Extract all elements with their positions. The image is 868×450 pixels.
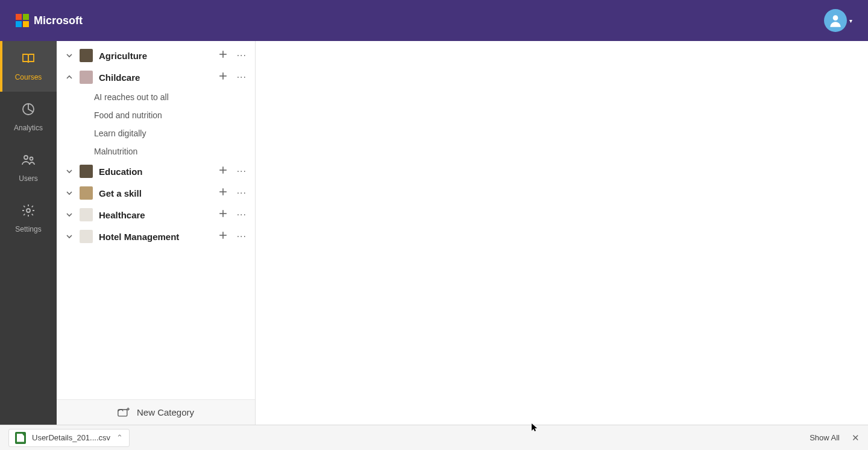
- category-name: Childcare: [99, 72, 213, 83]
- avatar-icon: [828, 13, 843, 28]
- category-thumbnail: [80, 208, 93, 221]
- category-row[interactable]: Agriculture···: [57, 45, 255, 66]
- svg-point-0: [833, 15, 838, 21]
- avatar: [824, 9, 847, 32]
- category-row[interactable]: Healthcare···: [57, 204, 255, 226]
- category-panel: Agriculture···Childcare···AI reaches out…: [57, 41, 256, 425]
- category-actions: ···: [219, 209, 247, 220]
- add-icon[interactable]: [219, 231, 227, 242]
- chevron-down-icon[interactable]: [65, 167, 74, 176]
- more-icon[interactable]: ···: [237, 53, 247, 58]
- rail-item-courses[interactable]: Courses: [0, 41, 57, 92]
- chevron-down-icon: ▾: [849, 17, 852, 24]
- close-icon[interactable]: ✕: [852, 433, 860, 443]
- download-file-name: UserDetails_201....csv: [32, 433, 110, 442]
- new-category-button[interactable]: New Category: [57, 399, 255, 425]
- more-icon[interactable]: ···: [237, 75, 247, 80]
- category-thumbnail: [80, 186, 93, 200]
- category-thumbnail: [80, 165, 93, 178]
- brand-logo[interactable]: Microsoft: [16, 14, 83, 27]
- chevron-down-icon[interactable]: [65, 189, 74, 197]
- rail-item-label: Settings: [15, 225, 41, 233]
- chevron-down-icon[interactable]: [65, 211, 74, 219]
- chevron-down-icon[interactable]: [65, 51, 74, 60]
- svg-point-4: [27, 209, 30, 212]
- svg-point-3: [30, 157, 33, 160]
- brand-name: Microsoft: [34, 14, 83, 27]
- rail-item-label: Users: [19, 174, 37, 183]
- content-area: [256, 41, 868, 425]
- svg-point-2: [24, 156, 28, 159]
- user-menu[interactable]: ▾: [824, 9, 852, 32]
- add-icon[interactable]: [219, 166, 227, 177]
- rail-item-label: Courses: [15, 73, 42, 81]
- courses-icon: [21, 51, 36, 73]
- category-list: Agriculture···Childcare···AI reaches out…: [57, 41, 255, 399]
- category-name: Hotel Management: [99, 232, 213, 242]
- course-item[interactable]: AI reaches out to all: [57, 88, 255, 106]
- category-row[interactable]: Hotel Management···: [57, 226, 255, 247]
- category-name: Healthcare: [99, 210, 213, 220]
- folder-plus-icon: [118, 407, 130, 418]
- category-row[interactable]: Get a skill···: [57, 182, 255, 204]
- add-icon[interactable]: [219, 72, 227, 83]
- settings-icon: [21, 203, 36, 225]
- more-icon[interactable]: ···: [237, 212, 247, 217]
- course-item[interactable]: Malnutrition: [57, 142, 255, 160]
- chevron-up-icon[interactable]: ⌃: [116, 433, 123, 442]
- analytics-icon: [21, 102, 36, 124]
- download-bar: UserDetails_201....csv ⌃ Show All ✕: [0, 425, 868, 450]
- course-item[interactable]: Learn digitally: [57, 124, 255, 142]
- app-header: Microsoft ▾: [0, 0, 868, 41]
- category-row[interactable]: Childcare···: [57, 66, 255, 88]
- rail-item-users[interactable]: Users: [0, 142, 57, 193]
- category-actions: ···: [219, 72, 247, 83]
- rail-item-analytics[interactable]: Analytics: [0, 92, 57, 142]
- add-icon[interactable]: [219, 50, 227, 61]
- more-icon[interactable]: ···: [237, 191, 247, 195]
- category-actions: ···: [219, 166, 247, 177]
- category-name: Agriculture: [99, 51, 213, 61]
- rail-item-label: Analytics: [14, 124, 43, 132]
- new-category-label: New Category: [137, 407, 194, 417]
- category-actions: ···: [219, 188, 247, 198]
- category-row[interactable]: Education···: [57, 160, 255, 182]
- category-actions: ···: [219, 50, 247, 61]
- category-name: Get a skill: [99, 188, 213, 198]
- category-thumbnail: [80, 71, 93, 84]
- course-item[interactable]: Food and nutrition: [57, 106, 255, 124]
- app-rail: CoursesAnalyticsUsersSettings: [0, 41, 57, 425]
- add-icon[interactable]: [219, 188, 227, 198]
- rail-item-settings[interactable]: Settings: [0, 193, 57, 244]
- category-actions: ···: [219, 231, 247, 242]
- download-item[interactable]: UserDetails_201....csv ⌃: [8, 429, 130, 447]
- csv-file-icon: [15, 432, 26, 444]
- chevron-up-icon[interactable]: [65, 73, 74, 81]
- category-name: Education: [99, 166, 213, 177]
- users-icon: [21, 153, 36, 174]
- microsoft-logo-icon: [16, 14, 29, 27]
- category-thumbnail: [80, 230, 93, 243]
- chevron-down-icon[interactable]: [65, 232, 74, 241]
- add-icon[interactable]: [219, 209, 227, 220]
- category-thumbnail: [80, 49, 93, 62]
- show-all-downloads[interactable]: Show All: [810, 433, 840, 442]
- more-icon[interactable]: ···: [237, 169, 247, 174]
- more-icon[interactable]: ···: [237, 234, 247, 239]
